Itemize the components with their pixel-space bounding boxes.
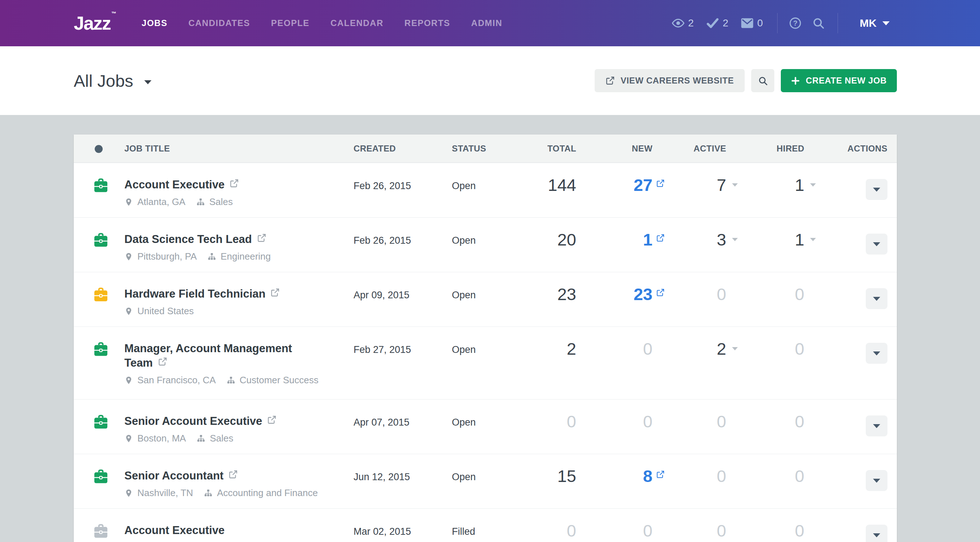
search-jobs-button[interactable]: [751, 69, 774, 92]
user-menu[interactable]: MK: [860, 17, 889, 29]
table-row: Account Executive Atlanta, GA Sales Feb …: [74, 163, 897, 217]
view-careers-website-button[interactable]: VIEW CAREERS WEBSITE: [595, 69, 745, 92]
table-row: Manager, Account Management Team San Fra…: [74, 327, 897, 399]
divider: [777, 13, 778, 33]
active-count[interactable]: 3: [717, 230, 726, 249]
row-actions-button[interactable]: [866, 234, 888, 255]
external-link-icon[interactable]: [229, 470, 238, 481]
row-actions-button[interactable]: [866, 416, 888, 437]
nav-item-calendar[interactable]: CALENDAR: [330, 18, 383, 28]
new-candidates-link[interactable]: 1: [643, 230, 652, 249]
question-icon: [789, 17, 802, 29]
department-icon: [207, 252, 216, 261]
department-icon: [227, 376, 235, 385]
chevron-down-icon[interactable]: [732, 183, 738, 187]
nav-item-reports[interactable]: REPORTS: [404, 18, 450, 28]
external-link-icon[interactable]: [158, 357, 167, 368]
column-header-created[interactable]: CREATED: [353, 143, 452, 154]
job-created-date: Apr 07, 2015: [353, 400, 452, 454]
hired-count[interactable]: 1: [795, 175, 804, 194]
column-header-hired[interactable]: HIRED: [743, 143, 821, 154]
row-actions-button[interactable]: [866, 470, 888, 491]
column-header-status[interactable]: STATUS: [452, 143, 517, 154]
external-link-icon[interactable]: [656, 470, 665, 479]
nav-item-people[interactable]: PEOPLE: [271, 18, 309, 28]
table-row: Data Science Tech Lead Pittsburgh, PA En…: [74, 217, 897, 272]
job-created-date: Feb 26, 2015: [353, 163, 452, 217]
jobs-filter-dropdown[interactable]: All Jobs: [74, 71, 151, 91]
total-count: 15: [557, 466, 576, 486]
job-created-date: Feb 27, 2015: [353, 327, 452, 399]
active-count[interactable]: 2: [717, 339, 726, 358]
chevron-down-icon[interactable]: [810, 183, 816, 187]
nav-item-candidates[interactable]: CANDIDATES: [188, 18, 250, 28]
new-candidates-link[interactable]: 27: [634, 175, 652, 194]
active-count: 0: [717, 466, 726, 486]
messages-counter[interactable]: 0: [741, 17, 763, 30]
location-pin-icon: [124, 252, 133, 261]
hired-count[interactable]: 1: [795, 230, 804, 249]
job-location: United States: [137, 306, 194, 317]
external-link-icon[interactable]: [656, 288, 665, 297]
external-link-icon[interactable]: [656, 234, 665, 242]
job-title-link[interactable]: Account Executive: [124, 524, 224, 537]
column-header-active[interactable]: ACTIVE: [668, 143, 743, 154]
new-candidates-link[interactable]: 23: [634, 285, 652, 304]
table-row: Account Executive Mar 02, 2015 Filled 0 …: [74, 509, 897, 542]
row-actions-button[interactable]: [866, 179, 888, 200]
nav-item-jobs[interactable]: JOBS: [142, 18, 167, 28]
trademark: ™: [111, 11, 116, 16]
new-candidates-count: 0: [643, 412, 652, 431]
chevron-down-icon: [873, 188, 880, 191]
job-title-link[interactable]: Data Science Tech Lead: [124, 233, 252, 245]
location-pin-icon: [124, 489, 133, 497]
job-title-link[interactable]: Manager, Account Management Team: [124, 342, 292, 369]
column-header-new[interactable]: NEW: [576, 143, 668, 154]
app-logo[interactable]: Jazz™: [74, 12, 116, 34]
job-department: Accounting and Finance: [217, 488, 318, 499]
department-icon: [197, 434, 205, 443]
nav-item-admin[interactable]: ADMIN: [471, 18, 502, 28]
new-candidates-count: 0: [643, 339, 652, 358]
create-job-label: CREATE NEW JOB: [806, 76, 887, 86]
chevron-down-icon[interactable]: [810, 238, 816, 241]
job-department: Sales: [210, 433, 233, 444]
new-candidates-count: 0: [643, 521, 652, 540]
help-button[interactable]: [789, 17, 802, 29]
external-link-icon[interactable]: [656, 179, 665, 188]
job-title-link[interactable]: Account Executive: [124, 178, 224, 191]
hired-count: 0: [795, 521, 804, 540]
watching-counter[interactable]: 2: [671, 17, 694, 30]
new-candidates-link[interactable]: 8: [643, 466, 652, 486]
total-count: 0: [567, 412, 576, 431]
row-actions-button[interactable]: [866, 288, 888, 309]
external-link-icon[interactable]: [257, 233, 266, 244]
job-title-link[interactable]: Hardware Field Technician: [124, 287, 265, 300]
job-status: Open: [452, 454, 517, 509]
job-created-date: Feb 26, 2015: [353, 218, 452, 272]
create-new-job-button[interactable]: CREATE NEW JOB: [781, 69, 897, 92]
search-icon: [758, 76, 768, 86]
hired-count: 0: [795, 285, 804, 304]
total-count: 23: [557, 285, 576, 304]
page-header: All Jobs VIEW CAREERS WEBSITE CREATE NEW…: [0, 46, 980, 115]
tasks-counter[interactable]: 2: [706, 17, 729, 30]
job-title-link[interactable]: Senior Account Executive: [124, 415, 262, 427]
main-menu: JOBS CANDIDATES PEOPLE CALENDAR REPORTS …: [142, 18, 503, 28]
column-header-job-title[interactable]: JOB TITLE: [106, 143, 353, 154]
column-header-total[interactable]: TOTAL: [517, 143, 576, 154]
external-link-icon[interactable]: [270, 288, 280, 299]
chevron-down-icon[interactable]: [732, 347, 738, 351]
row-actions-button[interactable]: [866, 524, 888, 542]
status-dot-column-header[interactable]: [95, 145, 103, 153]
mail-icon: [741, 17, 754, 30]
active-count[interactable]: 7: [717, 175, 726, 194]
global-search-button[interactable]: [812, 17, 824, 29]
external-link-icon[interactable]: [229, 179, 239, 190]
chevron-down-icon[interactable]: [732, 238, 738, 241]
watching-count: 2: [688, 18, 694, 29]
row-actions-button[interactable]: [866, 343, 888, 364]
job-location: Nashville, TN: [137, 488, 193, 499]
job-title-link[interactable]: Senior Accountant: [124, 469, 223, 482]
external-link-icon[interactable]: [267, 415, 277, 426]
